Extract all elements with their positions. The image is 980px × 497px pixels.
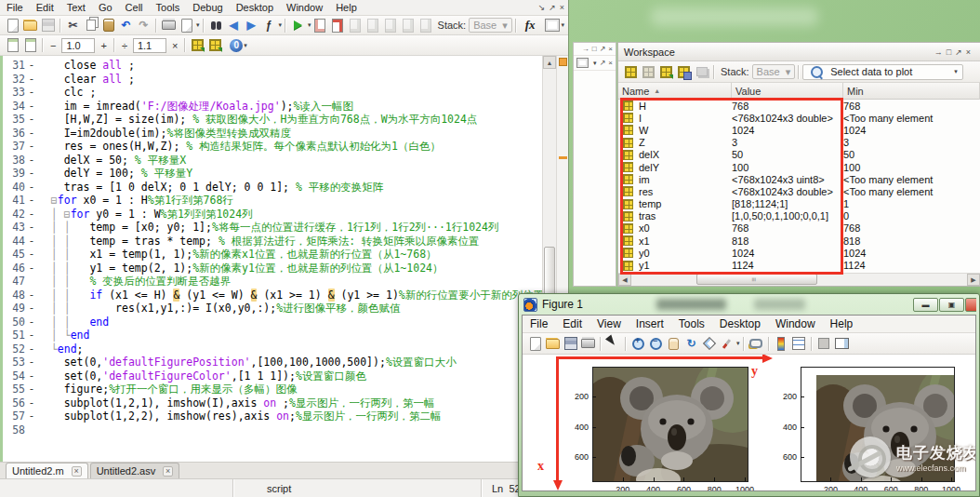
- color-swatch-icon[interactable]: [576, 58, 589, 68]
- close-file-icon[interactable]: [330, 18, 346, 34]
- menu-item-desktop[interactable]: Desktop: [230, 1, 280, 14]
- executable-line-marker[interactable]: -: [25, 86, 38, 100]
- link-plot-icon[interactable]: [748, 336, 764, 352]
- window-control-icon[interactable]: ×: [608, 59, 613, 67]
- window-control-icon[interactable]: ↗: [600, 59, 606, 67]
- window-control-icon[interactable]: ×: [608, 45, 613, 53]
- paste-icon[interactable]: [100, 18, 116, 34]
- delete-variable-icon[interactable]: [694, 64, 709, 80]
- open-file-icon[interactable]: [22, 18, 38, 34]
- executable-line-marker[interactable]: [25, 423, 38, 437]
- code-line-40[interactable]: 40- tras = [1 0 delX; 0 1 delY; 0 0 1]; …: [3, 181, 542, 195]
- print-icon[interactable]: [580, 336, 596, 352]
- column-header-name[interactable]: Name▲: [618, 83, 732, 100]
- pan-icon[interactable]: [666, 336, 682, 352]
- multiply-button[interactable]: ×: [168, 40, 181, 51]
- save-icon[interactable]: [563, 336, 578, 352]
- menu-item-help[interactable]: Help: [329, 1, 364, 14]
- executable-line-marker[interactable]: -: [25, 329, 38, 343]
- code-line-51[interactable]: 51- │ └end: [3, 329, 542, 343]
- scroll-left-arrow-icon[interactable]: ◀: [618, 274, 631, 286]
- code-line-43[interactable]: 43- │ │ temp = [x0; y0; 1];%将每一点的位置进行缓存，…: [3, 221, 542, 235]
- cell-icon-3[interactable]: [383, 18, 399, 34]
- menu-item-edit[interactable]: Edit: [30, 1, 60, 14]
- variable-row-w[interactable]: W10241024: [618, 124, 980, 136]
- executable-line-marker[interactable]: -: [25, 302, 38, 316]
- window-control-icon[interactable]: ↘: [538, 3, 546, 12]
- dropdown-caret-icon[interactable]: ▾: [308, 21, 311, 29]
- window-control-icon[interactable]: ↗: [955, 47, 962, 57]
- executable-line-marker[interactable]: -: [25, 100, 38, 114]
- executable-line-marker[interactable]: -: [25, 113, 38, 127]
- window-control-icon[interactable]: ×: [560, 3, 564, 12]
- code-line-35[interactable]: 35- [H,W,Z] = size(im); % 获取图像大小，H为垂直方向7…: [3, 113, 542, 127]
- insert-cell-icon[interactable]: [5, 37, 20, 53]
- executable-line-marker[interactable]: -: [25, 208, 38, 222]
- scrollbar-thumb[interactable]: [696, 274, 817, 285]
- executable-line-marker[interactable]: -: [25, 316, 38, 329]
- dropdown-caret-icon[interactable]: ▾: [279, 21, 283, 29]
- variable-row-tras[interactable]: tras[1,0,50;0,1,100;0,0,1]0: [618, 210, 980, 222]
- column-header-min[interactable]: Min: [843, 83, 980, 100]
- code-line-44[interactable]: 44- │ │ temp = tras * temp; % 根据算法进行，矩阵乘…: [3, 235, 542, 248]
- window-control-icon[interactable]: →: [582, 45, 589, 53]
- mlint-warning-icon[interactable]: [559, 58, 567, 66]
- window-control-icon[interactable]: □: [947, 47, 951, 57]
- code-line-58[interactable]: 58: [3, 423, 542, 437]
- code-line-37[interactable]: 37- res = ones(H,W,Z); % 构造结果矩阵。每个像素点默认初…: [3, 140, 542, 154]
- variable-row-y1[interactable]: y111241124: [618, 259, 980, 271]
- variable-row-h[interactable]: H768768: [618, 100, 980, 112]
- undo-icon[interactable]: ↶: [118, 18, 134, 34]
- window-control-icon[interactable]: ↗: [600, 45, 606, 53]
- executable-line-marker[interactable]: [25, 275, 38, 289]
- code-line-54[interactable]: 54- set(0,'defaultFigureColor',[1 1 1]);…: [3, 369, 542, 383]
- menu-item-tools[interactable]: Tools: [671, 316, 712, 331]
- cell-icon-5[interactable]: [418, 18, 434, 34]
- save-and-run-icon[interactable]: [312, 18, 328, 34]
- executable-line-marker[interactable]: -: [25, 410, 38, 423]
- executable-line-marker[interactable]: -: [25, 194, 38, 208]
- go-back-icon[interactable]: ◀: [226, 18, 242, 34]
- close-tab-icon[interactable]: ×: [72, 466, 82, 477]
- eval-cell-icon[interactable]: [190, 37, 205, 53]
- zoom-out-icon[interactable]: [648, 336, 664, 352]
- cut-icon[interactable]: ✂: [65, 18, 81, 34]
- decrease-button[interactable]: −: [46, 40, 60, 51]
- executable-line-marker[interactable]: -: [25, 235, 38, 248]
- data-cursor-icon[interactable]: [701, 336, 717, 352]
- executable-line-marker[interactable]: -: [25, 59, 38, 73]
- menu-item-go[interactable]: Go: [92, 1, 119, 14]
- divide-button[interactable]: ÷: [118, 40, 131, 51]
- executable-line-marker[interactable]: -: [25, 369, 38, 383]
- code-line-42[interactable]: 42- │ ⊟for y0 = 1 : W%第1列到第1024列: [3, 208, 542, 222]
- editor-code-area[interactable]: 31- close all ;32- clear all ;33- clc ;3…: [0, 56, 568, 462]
- print-icon[interactable]: [161, 18, 177, 34]
- menu-item-debug[interactable]: Debug: [186, 1, 229, 14]
- variable-row-im[interactable]: im<768x1024x3 uint8><Too many element: [618, 173, 980, 185]
- code-line-52[interactable]: 52- └end;: [3, 343, 542, 356]
- code-line-34[interactable]: 34- im = imread('F:/图像处理/Koala.jpg');%读入…: [3, 100, 542, 114]
- stack-dropdown[interactable]: Base▾: [752, 64, 796, 79]
- code-line-36[interactable]: 36- I=im2double(im);%将图像类型转换成双精度: [3, 127, 542, 141]
- executable-line-marker[interactable]: -: [25, 127, 38, 141]
- variable-row-res[interactable]: res<768x1024x3 double><Too many element: [618, 185, 980, 197]
- variable-row-delx[interactable]: delX5050: [618, 149, 980, 161]
- window-control-icon[interactable]: →: [934, 47, 943, 57]
- executable-line-marker[interactable]: -: [25, 262, 38, 275]
- menu-item-file[interactable]: File: [523, 316, 555, 331]
- mlint-marker[interactable]: [559, 156, 567, 159]
- variable-row-i[interactable]: I<768x1024x3 double><Too many element: [618, 112, 980, 124]
- page-options-icon[interactable]: [179, 18, 194, 34]
- menu-item-cell[interactable]: Cell: [119, 1, 150, 14]
- zoom-in-icon[interactable]: [630, 336, 646, 352]
- code-line-31[interactable]: 31- close all ;: [3, 59, 542, 73]
- menu-item-file[interactable]: File: [0, 1, 30, 14]
- find-icon[interactable]: [208, 18, 224, 34]
- tab-untitled2-m[interactable]: Untitled2.m ×: [6, 463, 88, 478]
- cell-icon-2[interactable]: [365, 18, 381, 34]
- executable-line-marker[interactable]: -: [25, 221, 38, 235]
- ratio-value-field[interactable]: 1.1: [133, 38, 166, 53]
- menu-item-edit[interactable]: Edit: [555, 316, 589, 331]
- fx-icon[interactable]: fx: [525, 18, 536, 33]
- insert-colorbar-icon[interactable]: [774, 336, 789, 352]
